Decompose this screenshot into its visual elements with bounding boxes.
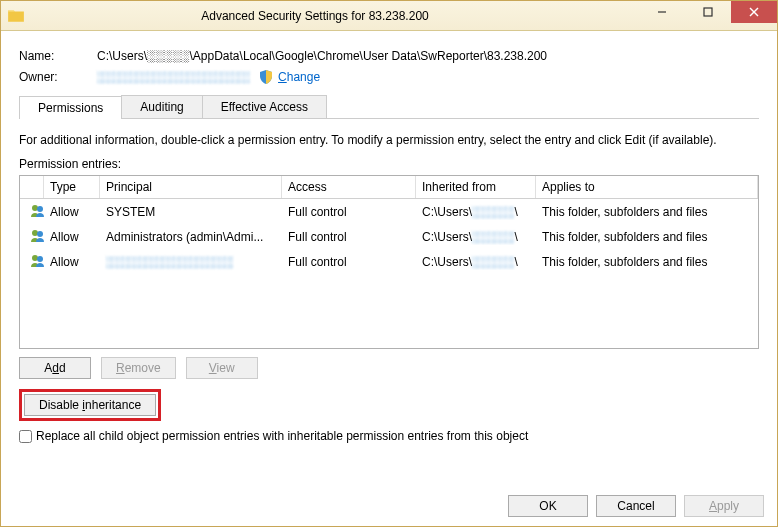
cell-access: Full control [282, 254, 416, 270]
svg-point-4 [32, 205, 38, 211]
name-row: Name: C:\Users\░░░░░\AppData\Local\Googl… [19, 49, 759, 63]
owner-row: Owner: ░░░░░░░░░░░░░░░░░░ Change [19, 69, 759, 85]
svg-point-6 [32, 230, 38, 236]
users-icon [30, 227, 44, 243]
table-row[interactable]: AllowSYSTEMFull controlC:\Users\░░░░░\Th… [20, 199, 758, 224]
window-title: Advanced Security Settings for 83.238.20… [31, 9, 639, 23]
cell-type: Allow [44, 204, 100, 220]
cell-access: Full control [282, 229, 416, 245]
folder-icon [7, 7, 25, 25]
tab-permissions[interactable]: Permissions [19, 96, 122, 119]
col-inherited[interactable]: Inherited from [416, 176, 536, 198]
col-applies[interactable]: Applies to [536, 176, 758, 198]
ok-button[interactable]: OK [508, 495, 588, 517]
titlebar: Advanced Security Settings for 83.238.20… [1, 1, 777, 31]
cell-applies: This folder, subfolders and files [536, 229, 758, 245]
replace-checkbox[interactable] [19, 430, 32, 443]
info-text: For additional information, double-click… [19, 133, 759, 147]
owner-value: ░░░░░░░░░░░░░░░░░░ [97, 70, 250, 84]
grid-header: Type Principal Access Inherited from App… [20, 176, 758, 199]
cell-inherited: C:\Users\░░░░░\ [416, 229, 536, 245]
users-icon [30, 252, 44, 268]
add-button[interactable]: Add [19, 357, 91, 379]
svg-point-5 [37, 206, 43, 212]
minimize-button[interactable] [639, 1, 685, 23]
col-access[interactable]: Access [282, 176, 416, 198]
users-icon [30, 202, 44, 218]
col-principal[interactable]: Principal [100, 176, 282, 198]
shield-icon [258, 69, 274, 85]
cell-inherited: C:\Users\░░░░░\ [416, 254, 536, 270]
replace-checkbox-row: Replace all child object permission entr… [19, 429, 759, 443]
svg-point-9 [37, 256, 43, 262]
disable-inheritance-button[interactable]: Disable inheritance [24, 394, 156, 416]
cell-access: Full control [282, 204, 416, 220]
owner-label: Owner: [19, 70, 97, 84]
highlight-box: Disable inheritance [19, 389, 161, 421]
tab-bar: Permissions Auditing Effective Access [19, 95, 759, 119]
cell-type: Allow [44, 229, 100, 245]
table-row[interactable]: Allow░░░░░░░░░░░░░░░Full controlC:\Users… [20, 249, 758, 274]
svg-point-7 [37, 231, 43, 237]
maximize-button[interactable] [685, 1, 731, 23]
table-row[interactable]: AllowAdministrators (admin\Admi...Full c… [20, 224, 758, 249]
tab-effective-access[interactable]: Effective Access [202, 95, 327, 118]
svg-rect-1 [704, 8, 712, 16]
cell-applies: This folder, subfolders and files [536, 204, 758, 220]
col-icon[interactable] [20, 176, 44, 198]
remove-button: Remove [101, 357, 176, 379]
col-type[interactable]: Type [44, 176, 100, 198]
name-label: Name: [19, 49, 97, 63]
dialog-footer: OK Cancel Apply [508, 495, 764, 517]
view-button: View [186, 357, 258, 379]
grid-buttons: Add Remove View [19, 357, 759, 379]
cell-type: Allow [44, 254, 100, 270]
cell-applies: This folder, subfolders and files [536, 254, 758, 270]
permission-grid[interactable]: Type Principal Access Inherited from App… [19, 175, 759, 349]
cell-principal: Administrators (admin\Admi... [100, 229, 282, 245]
cell-inherited: C:\Users\░░░░░\ [416, 204, 536, 220]
cell-principal: ░░░░░░░░░░░░░░░ [100, 254, 282, 270]
entries-label: Permission entries: [19, 157, 759, 171]
change-owner-link[interactable]: Change [278, 70, 320, 84]
name-value: C:\Users\░░░░░\AppData\Local\Google\Chro… [97, 49, 547, 63]
replace-checkbox-label[interactable]: Replace all child object permission entr… [36, 429, 528, 443]
window-controls [639, 1, 777, 30]
apply-button: Apply [684, 495, 764, 517]
close-button[interactable] [731, 1, 777, 23]
cell-principal: SYSTEM [100, 204, 282, 220]
content-area: Name: C:\Users\░░░░░\AppData\Local\Googl… [1, 31, 777, 453]
cancel-button[interactable]: Cancel [596, 495, 676, 517]
svg-point-8 [32, 255, 38, 261]
tab-auditing[interactable]: Auditing [121, 95, 202, 118]
